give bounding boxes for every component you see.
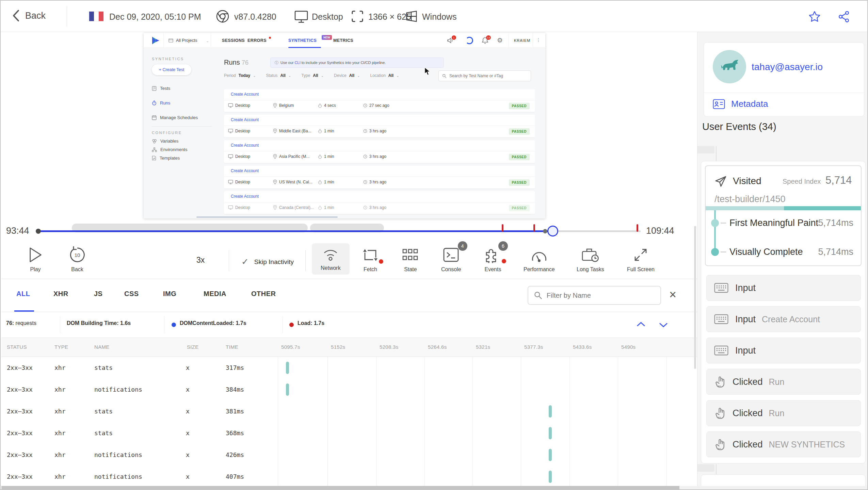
- app-sidebar-item-environments[interactable]: Environments: [152, 147, 187, 152]
- request-row[interactable]: 2xx–3xx xhr stats x 317ms: [1, 357, 697, 379]
- col-time[interactable]: TIME: [226, 344, 238, 350]
- app-sidebar-item-manage-schedules[interactable]: Manage Schedules: [152, 115, 198, 120]
- request-row[interactable]: 2xx–3xx xhr stats x 368ms: [1, 422, 697, 444]
- run-name-link[interactable]: Create Account: [231, 117, 259, 122]
- error-event-tick[interactable]: [533, 224, 535, 232]
- error-event-tick[interactable]: [637, 224, 638, 232]
- project-selector[interactable]: All Projects: [163, 33, 211, 48]
- filter-by-name-input[interactable]: [547, 292, 655, 299]
- filter-period[interactable]: PeriodToday⌄: [224, 73, 256, 78]
- run-name-link[interactable]: Create Account: [231, 168, 259, 173]
- long-tasks-panel-button[interactable]: Long Tasks: [577, 245, 604, 273]
- playback-speed-button[interactable]: 3x: [196, 256, 205, 265]
- request-row[interactable]: 2xx–3xx xhr stats x 381ms: [1, 401, 697, 422]
- test-search-box[interactable]: [438, 70, 531, 81]
- col-status[interactable]: STATUS: [7, 344, 27, 350]
- test-search-input[interactable]: [449, 74, 524, 78]
- user-event-input[interactable]: Input: [706, 275, 861, 301]
- share-icon[interactable]: [837, 10, 850, 23]
- play-button[interactable]: Play: [28, 245, 43, 273]
- status-badge: PASSED: [509, 103, 530, 109]
- tab-xhr[interactable]: XHR: [53, 290, 68, 298]
- chrome-icon: [216, 10, 229, 23]
- request-status: 2xx–3xx: [7, 466, 33, 486]
- filter-status[interactable]: StatusAll⌄: [266, 73, 291, 78]
- create-test-button[interactable]: + Create Test: [152, 64, 191, 75]
- col-size[interactable]: SIZE: [187, 344, 199, 350]
- skip-inactivity-toggle[interactable]: ✓ Skip Inactivity: [241, 257, 294, 267]
- filter-type[interactable]: TypeAll⌄: [301, 73, 324, 78]
- app-sidebar-item-tests[interactable]: Tests: [152, 86, 170, 91]
- col-type[interactable]: TYPE: [54, 344, 68, 350]
- device-label: Desktop: [312, 12, 343, 22]
- tab-js[interactable]: JS: [94, 290, 102, 298]
- tab-all[interactable]: ALL: [16, 290, 30, 298]
- metadata-button[interactable]: Metadata: [713, 99, 768, 109]
- main-vertical-scrollbar[interactable]: [694, 221, 696, 486]
- visually-complete-value: 5,714ms: [818, 247, 853, 257]
- cli-link[interactable]: CLI: [295, 61, 301, 65]
- user-event-clicked[interactable]: Clicked Run: [706, 400, 861, 426]
- gear-icon[interactable]: ⚙: [497, 37, 503, 44]
- request-row[interactable]: 2xx–3xx xhr notifications x 384ms: [1, 379, 697, 401]
- error-event-tick[interactable]: [502, 224, 503, 232]
- tab-css[interactable]: CSS: [124, 290, 139, 298]
- run-card[interactable]: Create Account Desktop Middle East (Ba..…: [224, 115, 535, 137]
- back-button[interactable]: Back: [12, 10, 46, 22]
- tab-media[interactable]: MEDIA: [204, 290, 226, 298]
- request-row[interactable]: 2xx–3xx xhr notifications x 407ms: [1, 466, 697, 486]
- user-event-input[interactable]: Input: [706, 338, 861, 363]
- app-tab-sessions[interactable]: SESSIONS: [222, 33, 245, 48]
- clock-icon: [363, 103, 367, 108]
- filter-location[interactable]: LocationAll⌄: [370, 73, 399, 78]
- request-waterfall-bar: [286, 362, 289, 374]
- user-email-link[interactable]: tahay@asayer.io: [752, 62, 823, 72]
- user-menu[interactable]: KRAIEM: [514, 38, 530, 43]
- network-panel-button[interactable]: Network: [312, 243, 350, 275]
- app-sidebar-item-runs[interactable]: Runs: [152, 100, 170, 105]
- jump-next-icon[interactable]: [658, 320, 669, 330]
- user-event-clicked[interactable]: Clicked Run: [706, 369, 861, 395]
- app-sidebar-item-templates[interactable]: Templates: [152, 156, 180, 161]
- time-col-label: 5208.3s: [380, 344, 398, 350]
- run-name-link[interactable]: Create Account: [231, 194, 259, 199]
- user-event-input[interactable]: Input Create Account: [706, 306, 861, 332]
- close-panel-icon[interactable]: ×: [669, 287, 676, 302]
- app-tab-errors[interactable]: ERRORS: [247, 33, 267, 48]
- back-10s-button[interactable]: 10 Back: [68, 245, 86, 273]
- visited-event-card[interactable]: Visited Speed Index 5,714 /test-builder/…: [705, 165, 862, 266]
- speed-index-label: Speed Index: [783, 178, 821, 185]
- filter-by-name-box[interactable]: [528, 286, 661, 305]
- console-panel-button[interactable]: 4 Console: [441, 245, 461, 273]
- run-card[interactable]: Create Account Desktop Belgium 4 secs 27…: [224, 89, 535, 112]
- run-name-link[interactable]: Create Account: [231, 143, 259, 148]
- app-sidebar-item-variables[interactable]: Variables: [152, 138, 178, 144]
- favorite-star-icon[interactable]: [808, 10, 821, 23]
- run-name-link[interactable]: Create Account: [231, 92, 259, 97]
- app-tab-synthetics[interactable]: SYNTHETICS: [288, 33, 317, 48]
- full-screen-button[interactable]: Full Screen: [627, 245, 655, 273]
- event-dot[interactable]: [543, 229, 547, 233]
- col-name[interactable]: NAME: [94, 344, 110, 350]
- scrollbar-thumb[interactable]: [1, 486, 679, 490]
- fetch-panel-button[interactable]: Fetch: [361, 245, 379, 273]
- run-card[interactable]: Create Account Desktop US West (N. Cal..…: [224, 166, 535, 189]
- run-card[interactable]: Create Account Desktop Canada (Central).…: [224, 191, 535, 214]
- request-row[interactable]: 2xx–3xx xhr notifications x 426ms: [1, 444, 697, 466]
- jump-prev-icon[interactable]: [635, 320, 647, 330]
- requests-table: 2xx–3xx xhr stats x 317ms 2xx–3xx xhr no…: [1, 357, 697, 486]
- app-tab-metrics[interactable]: METRICS: [333, 33, 353, 48]
- performance-panel-button[interactable]: Performance: [524, 245, 555, 273]
- app-horizontal-scrollbar[interactable]: [196, 216, 338, 218]
- events-panel-button[interactable]: 6 Events: [484, 245, 502, 273]
- filter-device[interactable]: DeviceAll⌄: [334, 73, 360, 78]
- tab-other[interactable]: OTHER: [251, 290, 276, 298]
- tab-img[interactable]: IMG: [163, 290, 176, 298]
- page-horizontal-scrollbar[interactable]: [1, 486, 868, 490]
- run-card[interactable]: Create Account Desktop Asia Pacific (M..…: [224, 140, 535, 163]
- user-event-clicked[interactable]: Clicked NEW SYNTHETICS: [706, 431, 861, 457]
- state-panel-button[interactable]: State: [402, 245, 419, 273]
- playhead-handle[interactable]: [547, 226, 558, 236]
- request-type: xhr: [54, 444, 66, 466]
- kebab-menu-icon[interactable]: ⋮: [536, 37, 541, 43]
